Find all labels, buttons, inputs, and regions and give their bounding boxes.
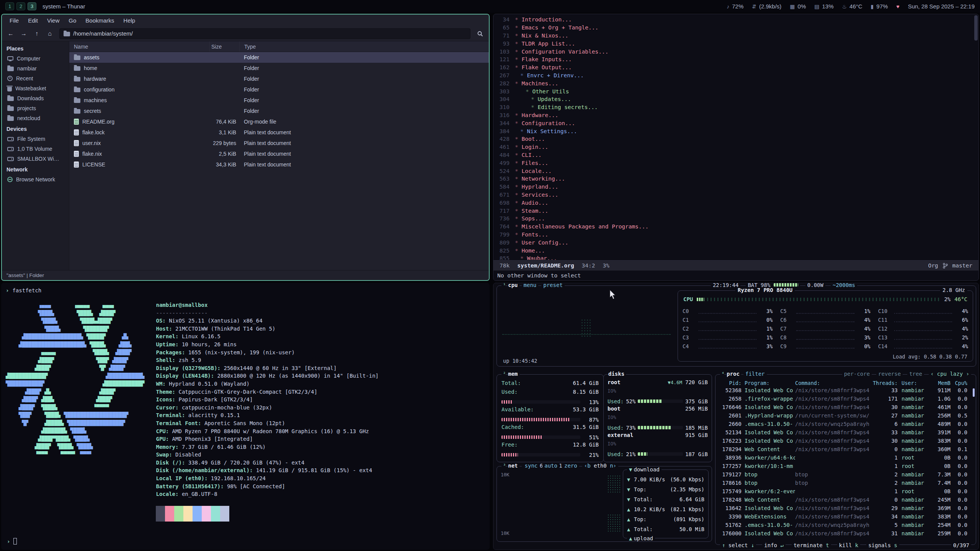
org-heading-line[interactable]: 65* Emacs + Org + Tangle... <box>493 24 972 32</box>
sidebar-item-file-system[interactable]: File System <box>2 134 69 144</box>
org-heading-line[interactable]: 698* Audio... <box>493 199 972 207</box>
shell-prompt-line[interactable]: › <box>7 538 17 545</box>
process-row[interactable]: 175749kworker/6:2-even1root0B0.0 <box>719 487 972 496</box>
workspace-button-1[interactable]: 1 <box>5 2 14 10</box>
org-heading-line[interactable]: 282* Machines... <box>493 79 972 87</box>
process-row[interactable]: 3390WebExtensions/nix/store/sm8fnrf3wps4… <box>719 512 972 521</box>
process-row[interactable]: 177257kworker/10:1-mm_1root0B0.0 <box>719 462 972 470</box>
proc-action-info[interactable]: info ↵ <box>762 542 786 548</box>
update-interval[interactable]: ~2000ms <box>831 283 857 288</box>
workspace-button-2[interactable]: 2 <box>16 2 25 10</box>
org-heading-line[interactable]: 736* Sops... <box>493 215 972 223</box>
home-button[interactable]: ⌂ <box>44 28 56 39</box>
file-row[interactable]: machinesFolder <box>69 95 489 106</box>
sidebar-item-computer[interactable]: Computer <box>2 54 69 64</box>
terminal-window[interactable]: ›fastfetch ▗▄▄▄ ▗▄▄▄▄ ▄▄▄▖ ▜███▙ ▜███▙ ▟… <box>1 283 490 550</box>
org-heading-line[interactable]: 428* Boot... <box>493 135 972 143</box>
process-row[interactable]: 38936kworker/u64:6-kc1root0B0.0 <box>719 453 972 462</box>
process-row[interactable]: 2601.Hyprland-wrapp/run/current-system/s… <box>719 411 972 420</box>
file-row[interactable]: secretsFolder <box>69 106 489 116</box>
interface-prev-button[interactable]: ‹b <box>584 463 591 469</box>
process-row[interactable]: 176223Isolated Web Co/nix/store/sm8fnrf3… <box>719 437 972 445</box>
org-heading-line[interactable]: 384* Nix Settings... <box>493 127 972 135</box>
process-row[interactable]: 2658.firefox-wrappe/nix/store/sm8fnrf3wp… <box>719 395 972 403</box>
menu-view[interactable]: View <box>42 17 64 24</box>
search-button[interactable] <box>474 28 486 39</box>
menu-help[interactable]: Help <box>119 17 140 24</box>
cpu-button-menu[interactable]: menu <box>522 283 539 288</box>
proc-option-reverse[interactable]: reverse <box>876 371 903 377</box>
net-button-sync[interactable]: sync <box>523 463 540 469</box>
process-scrollbar-thumb[interactable] <box>973 388 975 397</box>
proc-header-command[interactable]: Command: <box>795 380 872 386</box>
sidebar-item-smallbox-wi-[interactable]: SMALLBOX Wi… <box>2 154 69 164</box>
proc-action-kill[interactable]: kill k <box>837 542 861 548</box>
org-heading-line[interactable]: 121* Flake Inputs... <box>493 55 972 64</box>
menu-go[interactable]: Go <box>64 17 81 24</box>
up-button[interactable]: ↑ <box>31 28 42 39</box>
org-heading-line[interactable]: 717* Steam... <box>493 207 972 215</box>
sidebar-item-nambiar[interactable]: nambiar <box>2 64 69 73</box>
scrollbar-thumb[interactable] <box>974 15 978 41</box>
process-row[interactable]: 178294Web Content/nix/store/sm8fnrf3wps4… <box>719 445 972 453</box>
interface-selector[interactable]: ‹b eth0 n› <box>582 463 618 469</box>
proc-option-tree[interactable]: tree <box>907 371 924 377</box>
process-row[interactable]: 176000Isolated Web Co/nix/store/sm8fnrf3… <box>719 529 972 538</box>
bar-module-network[interactable]: ⇵(2.9kb/s) <box>752 3 781 10</box>
net-button-zero[interactable]: zero <box>562 463 579 469</box>
file-row[interactable]: hardwareFolder <box>69 73 489 84</box>
proc-action-terminate[interactable]: terminate t <box>792 542 831 548</box>
org-heading-line[interactable]: 316* Hardware... <box>493 111 972 119</box>
proc-header-cpu%[interactable]: Cpu% <box>951 380 967 386</box>
sidebar-item-1-0-tb-volume[interactable]: 1,0 TB Volume <box>2 144 69 154</box>
process-row[interactable]: 52368Isolated Web Co/nix/store/sm8fnrf3w… <box>719 386 972 395</box>
org-heading-line[interactable]: 93* TLDR App List... <box>493 39 972 47</box>
bar-module-volume[interactable]: ♪72% <box>727 3 743 10</box>
org-heading-line[interactable]: 267* Envrc + Direnv... <box>493 72 972 80</box>
column-header-type[interactable]: Type <box>239 41 489 52</box>
process-row[interactable]: 178616btopbtop2nambiar7.4M0.0 <box>719 479 972 487</box>
sidebar-item-wastebasket[interactable]: Wastebasket <box>2 83 69 93</box>
workspace-button-3[interactable]: 3 <box>28 2 36 10</box>
sidebar-item-projects[interactable]: projects <box>2 103 69 113</box>
org-heading-line[interactable]: 484* CLI... <box>493 151 972 159</box>
back-button[interactable]: ← <box>5 28 16 39</box>
org-heading-line[interactable]: 855* Waubar... <box>493 254 972 260</box>
sidebar-item-browse-network[interactable]: Browse Network <box>2 174 69 184</box>
file-row[interactable]: README.org76,4 KiBOrg-mode file <box>69 116 489 127</box>
org-heading-line[interactable]: 303* Other Utils <box>493 87 972 95</box>
column-header-name[interactable]: Name <box>69 41 209 52</box>
org-heading-line[interactable]: 162* Flake Output... <box>493 64 972 72</box>
bar-module-clock[interactable]: Sun, 28 Sep 2025 – 22:19 <box>908 3 975 10</box>
file-row[interactable]: homeFolder <box>69 63 489 73</box>
menu-edit[interactable]: Edit <box>23 17 42 24</box>
column-header-size[interactable]: Size <box>209 41 239 52</box>
process-row[interactable]: 52134Isolated Web Co/nix/store/sm8fnrf3w… <box>719 428 972 437</box>
file-row[interactable]: flake.lock3,1 KiBPlain text document <box>69 127 489 138</box>
path-bar[interactable]: /home/nambiar/system/ <box>59 28 470 39</box>
filter-button[interactable]: filter <box>743 371 767 377</box>
org-heading-line[interactable]: 344* Configuration... <box>493 119 972 127</box>
proc-header-user[interactable]: User: <box>898 380 929 386</box>
proc-action-signals[interactable]: signals s <box>866 542 899 548</box>
proc-header-pid[interactable]: Pid: <box>719 380 742 386</box>
org-heading-line[interactable]: 304* Updates... <box>493 95 972 103</box>
file-row[interactable]: flake.nix2,5 KiBPlain text document <box>69 148 489 159</box>
bar-module-cpu[interactable]: ▦0% <box>790 3 806 10</box>
org-heading-line[interactable]: 461* Login... <box>493 143 972 151</box>
process-row[interactable]: 176646Isolated Web Co/nix/store/sm8fnrf3… <box>719 403 972 411</box>
proc-action-select[interactable]: ↑ select ↓ <box>720 542 756 548</box>
proc-option-per-core[interactable]: per-core <box>842 371 872 377</box>
menu-file[interactable]: File <box>5 17 23 24</box>
cpu-button-preset[interactable]: preset <box>541 283 565 288</box>
net-button-auto[interactable]: auto <box>542 463 559 469</box>
bar-module-temperature[interactable]: ♨46°C <box>842 3 862 10</box>
org-heading-line[interactable]: 809* User Config... <box>493 238 972 246</box>
process-row[interactable]: 178248Web Content/nix/store/sm8fnrf3wps4… <box>719 496 972 504</box>
bar-module-battery[interactable]: ▮97% <box>871 3 888 10</box>
bar-module-memory[interactable]: ▤13% <box>814 3 833 10</box>
file-row[interactable]: configurationFolder <box>69 84 489 95</box>
menu-bookmarks[interactable]: Bookmarks <box>81 17 119 24</box>
interface-next-button[interactable]: n› <box>610 463 616 469</box>
process-row[interactable]: 51762.emacs-31.0.50-/nix/store/wnqz5pa8r… <box>719 521 972 529</box>
